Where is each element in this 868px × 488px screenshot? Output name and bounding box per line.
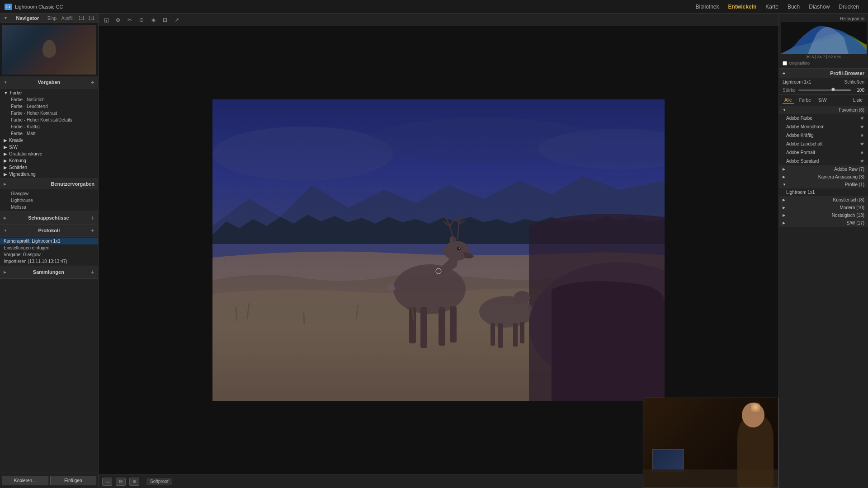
farbe-leuchtend[interactable]: Farbe - Leuchtend — [0, 103, 98, 110]
adobe-raw-label: Adobe Raw (7) — [834, 167, 864, 172]
adobe-farbe-star[interactable]: ★ — [860, 115, 864, 121]
strength-handle[interactable] — [831, 88, 835, 91]
proto-item-3[interactable]: Vorgabe: Glasgow — [0, 251, 98, 258]
adobe-farbe[interactable]: Adobe Farbe ★ — [779, 114, 868, 122]
adobe-landschaft-star[interactable]: ★ — [860, 141, 864, 147]
nav-entwickeln[interactable]: Entwickeln — [728, 4, 757, 10]
vorgaben-koernung[interactable]: ▶ Körnung — [0, 157, 98, 164]
view-survey[interactable]: ⊞ — [129, 478, 139, 486]
strength-value: 100 — [854, 88, 864, 93]
sammlung-plus[interactable]: + — [91, 268, 94, 276]
top-bar: Lr Lightroom Classic CC Bibliothek Entwi… — [0, 0, 868, 14]
toolbar-icon-4[interactable]: ⊙ — [137, 16, 146, 24]
navigator-header[interactable]: ▼ Navigator Einp. Ausfill. 1:1 1:1 — [0, 14, 98, 23]
toolbar-icon-5[interactable]: ◈ — [149, 16, 157, 24]
vorgaben-sw[interactable]: ▶ S/W — [0, 144, 98, 150]
adobe-monochrom-star[interactable]: ★ — [860, 124, 864, 130]
adobe-raw-header[interactable]: ▶ Adobe Raw (7) — [779, 165, 868, 173]
sammlung-arrow: ▶ — [4, 270, 6, 274]
nav-buch[interactable]: Buch — [788, 4, 800, 10]
kamera-arrow: ▶ — [783, 175, 785, 179]
adobe-kraeftig[interactable]: Adobe Kräftig ★ — [779, 131, 868, 140]
protokoll-header[interactable]: ▼ Protokoll + — [0, 225, 98, 237]
schnapp-title: Schnappschüsse — [28, 215, 69, 221]
schnappschusse-header[interactable]: ▶ Schnappschüsse + — [0, 212, 98, 224]
tab-sw[interactable]: S/W — [816, 97, 829, 104]
originalfoto-label: Originalfoto — [789, 61, 810, 66]
view-single[interactable]: ▭ — [102, 478, 112, 486]
photo-container — [212, 99, 665, 401]
adobe-kraeftig-label: Adobe Kräftig — [786, 133, 814, 138]
proto-item-4[interactable]: Importieren (13.11.18 13:13:47) — [0, 258, 98, 265]
vorgaben-gradation[interactable]: ▶ Gradationskurve — [0, 150, 98, 157]
koern-label: Körnung — [9, 158, 26, 163]
vorgaben-farbe[interactable]: ▼ Farbe — [0, 89, 98, 96]
toolbar-icon-3[interactable]: ✂ — [126, 16, 134, 24]
adobe-landschaft[interactable]: Adobe Landschaft ★ — [779, 140, 868, 148]
farbe-natuerlich[interactable]: Farbe - Natürlich — [0, 96, 98, 103]
toolbar-icon-1[interactable]: ◱ — [102, 16, 110, 24]
benutzer-arrow: ▶ — [4, 182, 6, 186]
profile-tabs: Alle Farbe S/W Liste — [779, 95, 868, 106]
adobe-standard[interactable]: Adobe Standard ★ — [779, 157, 868, 165]
center-content: ◱ ⊕ ✂ ⊙ ◈ ⊡ ↗ — [99, 14, 778, 488]
nav-bibliothek[interactable]: Bibliothek — [696, 4, 719, 10]
nav-karte[interactable]: Karte — [765, 4, 778, 10]
proto-item-1[interactable]: Kameraprofil: Lightroom 1x1 — [0, 238, 98, 244]
schnapp-plus[interactable]: + — [91, 214, 94, 221]
vorgaben-vignettierung[interactable]: ▶ Vignettierung — [0, 171, 98, 178]
close-profile-btn[interactable]: Schließen — [844, 80, 864, 84]
proto-plus[interactable]: + — [91, 227, 94, 234]
adobe-standard-star[interactable]: ★ — [860, 158, 864, 164]
toolbar-icon-7[interactable]: ↗ — [173, 16, 181, 24]
favoriten-arrow: ▼ — [783, 108, 786, 112]
benutzer-melissa[interactable]: Melissa — [0, 204, 98, 211]
benutzer-lighthouse[interactable]: Lighthouse — [0, 197, 98, 204]
strength-slider[interactable] — [798, 89, 851, 91]
originalfoto-checkbox[interactable]: Originalfoto — [781, 60, 866, 66]
nav-opt-einp[interactable]: Einp. — [47, 16, 58, 21]
modern-header[interactable]: ▶ Modern (10) — [779, 204, 868, 211]
schnapp-arrow: ▶ — [4, 216, 6, 220]
sw-profile-header[interactable]: ▶ S/W (17) — [779, 219, 868, 227]
kunstlerisch-header[interactable]: ▶ Künstlerisch (8) — [779, 196, 868, 204]
nostalgisch-header[interactable]: ▶ Nostalgisch (13) — [779, 211, 868, 219]
nostalg-arrow: ▶ — [783, 213, 785, 217]
proto-item-2[interactable]: Einstellungen einfügen — [0, 244, 98, 251]
benutzer-glasgow[interactable]: Glasgow — [0, 190, 98, 197]
vorgaben-schaerfen[interactable]: ▶ Schärfen — [0, 164, 98, 171]
farbe-matt[interactable]: Farbe - Matt — [0, 130, 98, 137]
adobe-portrait[interactable]: Adobe Portrait ★ — [779, 148, 868, 157]
left-panel: ▼ Navigator Einp. Ausfill. 1:1 1:1 ▼ Vor… — [0, 14, 99, 488]
favoriten-header[interactable]: ▼ Favoriten (6) — [779, 106, 868, 114]
tab-liste[interactable]: Liste — [851, 97, 864, 104]
benutzervorgaben-header[interactable]: ▶ Benutzervorgaben — [0, 179, 98, 189]
adobe-portrait-star[interactable]: ★ — [860, 150, 864, 155]
vorgaben-header[interactable]: ▼ Vorgaben + — [0, 76, 98, 89]
tab-alle[interactable]: Alle — [783, 97, 794, 104]
vorgaben-plus[interactable]: + — [91, 79, 94, 86]
paste-button[interactable]: Einfügen — [50, 476, 97, 485]
favoriten-label: Favoriten (6) — [839, 108, 864, 113]
sammlungen-header[interactable]: ▶ Sammlungen + — [0, 266, 98, 278]
nav-diashow[interactable]: Diashow — [809, 4, 830, 10]
farbe-hoher-kontrast[interactable]: Farbe - Hoher Kontrast — [0, 110, 98, 117]
profile-lightroom1x1[interactable]: Lightroom 1x1 — [779, 188, 868, 196]
profile-group-header[interactable]: ▼ Profile (1) — [779, 181, 868, 188]
adobe-kraeftig-star[interactable]: ★ — [860, 132, 864, 138]
toolbar-icon-2[interactable]: ⊕ — [114, 16, 122, 24]
nav-opt-1x1[interactable]: 1:1 — [78, 16, 85, 21]
kamera-anpassung-header[interactable]: ▶ Kamera Anpassung (3) — [779, 173, 868, 181]
nav-drucken[interactable]: Drucken — [839, 4, 859, 10]
tab-farbe[interactable]: Farbe — [797, 97, 813, 104]
adobe-monochrom[interactable]: Adobe Monochrom ★ — [779, 122, 868, 131]
nav-opt-ausfill[interactable]: Ausfill. — [61, 16, 75, 21]
view-compare[interactable]: ⊟ — [116, 478, 126, 486]
farbe-kraeftig[interactable]: Farbe - Kräftig — [0, 123, 98, 130]
vorgaben-kreativ[interactable]: ▶ Kreativ — [0, 137, 98, 144]
nav-opt-1x1b[interactable]: 1:1 — [88, 16, 94, 21]
originalfoto-check[interactable] — [783, 61, 787, 66]
copy-button[interactable]: Kopieren... — [2, 476, 48, 485]
toolbar-icon-6[interactable]: ⊡ — [161, 16, 169, 24]
farbe-hoher-kontrast-details[interactable]: Farbe - Hoher Kontrast/Details — [0, 117, 98, 123]
